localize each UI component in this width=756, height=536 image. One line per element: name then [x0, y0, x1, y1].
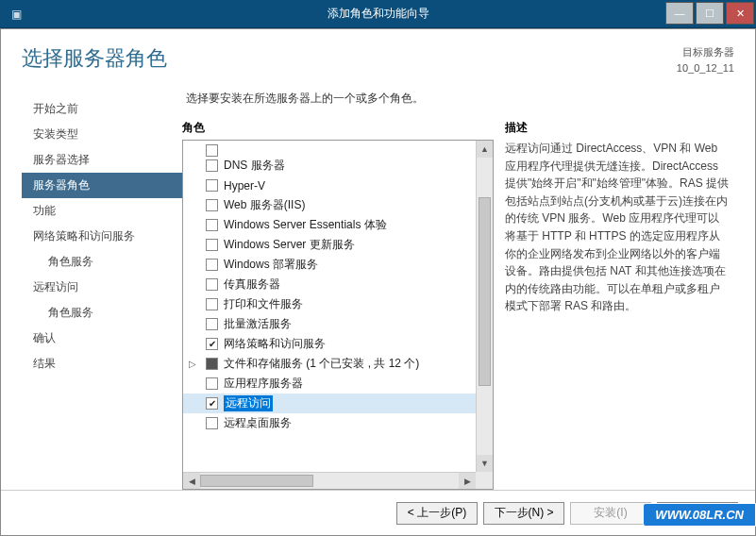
- scroll-right-icon[interactable]: ▶: [459, 473, 476, 489]
- checkbox[interactable]: [206, 318, 218, 330]
- checkbox[interactable]: [206, 338, 218, 350]
- wizard-step-9[interactable]: 确认: [22, 326, 182, 351]
- wizard-step-8[interactable]: 角色服务: [22, 300, 182, 326]
- scroll-down-icon[interactable]: ▼: [477, 455, 493, 472]
- minimize-button[interactable]: —: [665, 2, 694, 25]
- description-column: 描述 远程访问通过 DirectAccess、VPN 和 Web 应用程序代理提…: [505, 120, 734, 490]
- wizard-step-4[interactable]: 功能: [22, 198, 182, 224]
- role-row[interactable]: ▷文件和存储服务 (1 个已安装 , 共 12 个): [183, 354, 476, 374]
- role-row[interactable]: 网络策略和访问服务: [183, 334, 476, 354]
- wizard-step-2[interactable]: 服务器选择: [22, 147, 182, 173]
- role-label: 远程桌面服务: [224, 415, 292, 431]
- footer: < 上一步(P) 下一步(N) > 安装(I) 取消: [1, 490, 755, 535]
- role-row[interactable]: Web 服务器(IIS): [183, 195, 476, 215]
- checkbox[interactable]: [206, 179, 218, 192]
- role-label: Hyper-V: [224, 179, 265, 193]
- roles-heading: 角色: [182, 120, 494, 136]
- roles-column: 角色 DNS 服务器Hyper-VWeb 服务器(IIS)Windows Ser…: [182, 120, 494, 490]
- main-panel: 选择要安装在所选服务器上的一个或多个角色。 角色 DNS 服务器Hyper-VW…: [182, 91, 734, 490]
- columns: 角色 DNS 服务器Hyper-VWeb 服务器(IIS)Windows Ser…: [182, 120, 734, 490]
- scroll-corner: [476, 472, 493, 489]
- wizard-step-0[interactable]: 开始之前: [22, 96, 182, 122]
- header: 选择服务器角色 目标服务器 10_0_12_11: [1, 29, 755, 81]
- next-button[interactable]: 下一步(N) >: [483, 502, 564, 525]
- vertical-scrollbar[interactable]: ▲ ▼: [476, 141, 493, 472]
- role-row[interactable]: DNS 服务器: [183, 156, 476, 176]
- instruction-text: 选择要安装在所选服务器上的一个或多个角色。: [186, 91, 734, 107]
- role-row[interactable]: 批量激活服务: [183, 314, 476, 334]
- maximize-button[interactable]: ☐: [696, 2, 724, 25]
- scroll-up-icon[interactable]: ▲: [477, 141, 493, 158]
- window-controls: — ☐ ✕: [665, 0, 756, 27]
- app-icon: ▣: [8, 6, 25, 23]
- window-title: 添加角色和功能向导: [328, 6, 429, 22]
- wizard-step-1[interactable]: 安装类型: [22, 122, 182, 147]
- checkbox[interactable]: [206, 358, 218, 370]
- role-row-cutoff[interactable]: [183, 142, 476, 156]
- description-heading: 描述: [505, 120, 734, 136]
- content: 开始之前安装类型服务器选择服务器角色功能网络策略和访问服务角色服务远程访问角色服…: [1, 81, 755, 490]
- role-row[interactable]: 传真服务器: [183, 275, 476, 294]
- target-value: 10_0_12_11: [677, 60, 734, 76]
- role-row[interactable]: 应用程序服务器: [183, 374, 476, 394]
- checkbox[interactable]: [206, 199, 218, 211]
- page-title: 选择服务器角色: [22, 44, 677, 73]
- roles-list[interactable]: DNS 服务器Hyper-VWeb 服务器(IIS)Windows Server…: [183, 141, 476, 472]
- scroll-left-icon[interactable]: ◀: [183, 473, 200, 489]
- checkbox[interactable]: [206, 377, 218, 390]
- install-button: 安装(I): [570, 502, 651, 525]
- hscroll-thumb[interactable]: [200, 475, 313, 487]
- role-label: 批量激活服务: [224, 316, 292, 332]
- checkbox[interactable]: [206, 278, 218, 291]
- expand-icon[interactable]: ▷: [189, 359, 196, 369]
- role-row[interactable]: Windows Server 更新服务: [183, 235, 476, 255]
- role-label: 应用程序服务器: [224, 376, 303, 392]
- target-label: 目标服务器: [677, 44, 734, 60]
- scroll-thumb[interactable]: [479, 197, 491, 386]
- role-row[interactable]: Windows Server Essentials 体验: [183, 215, 476, 235]
- horizontal-scrollbar[interactable]: ◀ ▶: [183, 472, 476, 489]
- wizard-step-5[interactable]: 网络策略和访问服务: [22, 224, 182, 249]
- role-row[interactable]: 远程访问: [183, 394, 476, 413]
- checkbox[interactable]: [206, 259, 218, 271]
- window-body: 选择服务器角色 目标服务器 10_0_12_11 开始之前安装类型服务器选择服务…: [0, 28, 756, 536]
- role-row[interactable]: Hyper-V: [183, 176, 476, 195]
- checkbox[interactable]: [206, 159, 218, 172]
- wizard-step-10[interactable]: 结果: [22, 351, 182, 377]
- role-label: Windows Server 更新服务: [224, 237, 355, 253]
- role-label: 远程访问: [224, 395, 273, 411]
- description-text: 远程访问通过 DirectAccess、VPN 和 Web 应用程序代理提供无缝…: [505, 140, 734, 315]
- role-label: Windows Server Essentials 体验: [224, 217, 387, 233]
- role-label: 网络策略和访问服务: [224, 336, 326, 352]
- title-bar: ▣ 添加角色和功能向导 — ☐ ✕: [0, 0, 756, 28]
- watermark: WWW.08LR.CN: [643, 503, 756, 527]
- checkbox[interactable]: [206, 298, 218, 310]
- target-info: 目标服务器 10_0_12_11: [677, 44, 734, 75]
- checkbox[interactable]: [206, 417, 218, 429]
- wizard-step-7[interactable]: 远程访问: [22, 275, 182, 300]
- role-label: Web 服务器(IIS): [224, 197, 305, 213]
- wizard-step-3[interactable]: 服务器角色: [22, 173, 182, 198]
- previous-button[interactable]: < 上一步(P): [396, 502, 478, 525]
- checkbox[interactable]: [206, 397, 218, 410]
- role-label: 传真服务器: [224, 276, 280, 293]
- wizard-step-6[interactable]: 角色服务: [22, 249, 182, 275]
- role-row[interactable]: 远程桌面服务: [183, 413, 476, 433]
- role-label: Windows 部署服务: [224, 257, 318, 273]
- role-label: 打印和文件服务: [224, 296, 303, 312]
- checkbox[interactable]: [206, 239, 218, 251]
- role-label: DNS 服务器: [224, 158, 285, 174]
- close-button[interactable]: ✕: [726, 2, 754, 25]
- checkbox[interactable]: [206, 219, 218, 231]
- role-row[interactable]: Windows 部署服务: [183, 255, 476, 275]
- role-label: 文件和存储服务 (1 个已安装 , 共 12 个): [224, 356, 419, 372]
- roles-listbox: DNS 服务器Hyper-VWeb 服务器(IIS)Windows Server…: [182, 140, 494, 490]
- role-row[interactable]: 打印和文件服务: [183, 294, 476, 314]
- wizard-steps: 开始之前安装类型服务器选择服务器角色功能网络策略和访问服务角色服务远程访问角色服…: [22, 91, 182, 490]
